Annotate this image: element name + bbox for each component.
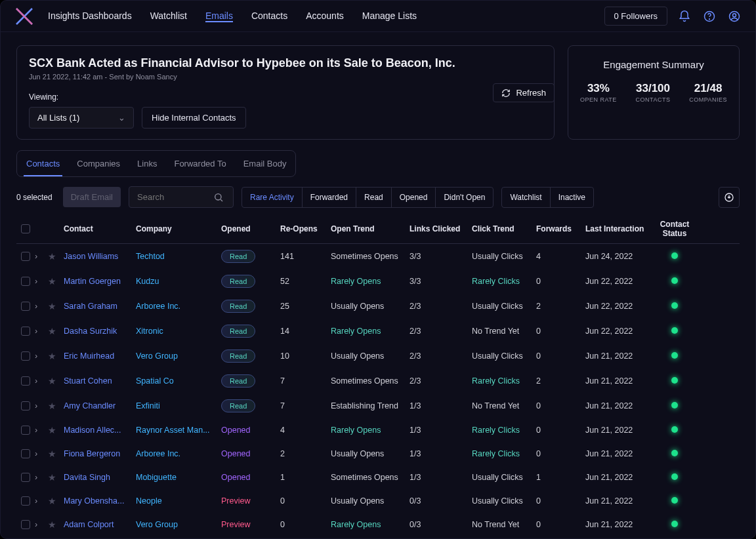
expand-icon[interactable]: › [35,473,48,482]
row-checkbox[interactable] [21,401,30,410]
nav-insights-dashboards[interactable]: Insights Dashboards [48,10,132,22]
filter-rare-activity[interactable]: Rare Activity [242,188,303,207]
star-icon[interactable]: ★ [48,401,64,411]
col-reopens[interactable]: Re-Opens [280,224,331,233]
tab-companies[interactable]: Companies [74,153,123,176]
download-button[interactable] [719,187,740,208]
star-icon[interactable]: ★ [48,472,64,483]
company-link[interactable]: Mobiguette [136,473,221,482]
col-company[interactable]: Company [136,224,221,233]
expand-icon[interactable]: › [35,327,48,336]
contact-link[interactable]: Davita Singh [64,473,136,482]
filter-watchlist[interactable]: Watchlist [502,188,550,207]
company-link[interactable]: Kudzu [136,277,221,286]
expand-icon[interactable]: › [35,376,48,386]
star-icon[interactable]: ★ [48,449,64,459]
nav-manage-lists[interactable]: Manage Lists [362,10,417,22]
company-link[interactable]: Spatial Co [136,376,221,386]
company-link[interactable]: Vero Group [136,351,221,361]
col-contact[interactable]: Contact [64,224,136,233]
hide-internal-button[interactable]: Hide Internal Contacts [142,107,246,129]
star-icon[interactable]: ★ [48,276,64,287]
company-link[interactable]: Neople [136,496,221,506]
star-icon[interactable]: ★ [48,351,64,361]
expand-icon[interactable]: › [35,351,48,361]
row-checkbox[interactable] [21,449,30,458]
app-logo[interactable] [14,6,35,27]
star-icon[interactable]: ★ [48,376,64,386]
avatar-icon[interactable] [726,9,742,24]
star-icon[interactable]: ★ [48,251,64,262]
bell-icon[interactable] [677,9,692,24]
filter-inactive[interactable]: Inactive [551,188,593,207]
col-open-trend[interactable]: Open Trend [331,224,410,233]
row-checkbox[interactable] [21,520,30,529]
filter-forwarded[interactable]: Forwarded [303,188,356,207]
search-input[interactable] [135,187,213,207]
row-checkbox[interactable] [21,327,30,336]
contact-link[interactable]: Eric Muirhead [64,351,136,361]
contact-link[interactable]: Martin Goergen [64,277,136,286]
row-checkbox[interactable] [21,277,30,286]
company-link[interactable]: Techtod [136,252,221,261]
star-icon[interactable]: ★ [48,326,64,336]
row-checkbox[interactable] [21,376,30,386]
filter-read[interactable]: Read [356,188,392,207]
contact-link[interactable]: Jason Williams [64,252,136,261]
contact-link[interactable]: Madison Allec... [64,426,136,435]
tab-contacts[interactable]: Contacts [24,153,62,176]
company-link[interactable]: Arboree Inc. [136,449,221,458]
company-link[interactable]: Vero Group [136,520,221,529]
refresh-button[interactable]: Refresh [493,83,555,102]
contact-link[interactable]: Dasha Surzhik [64,327,136,336]
expand-icon[interactable]: › [35,426,48,435]
nav-accounts[interactable]: Accounts [306,10,344,22]
tab-email-body[interactable]: Email Body [241,153,289,176]
nav-emails[interactable]: Emails [205,10,233,22]
nav-contacts[interactable]: Contacts [251,10,287,22]
contact-link[interactable]: Fiona Bergeron [64,449,136,458]
col-click-trend[interactable]: Click Trend [472,224,536,233]
row-checkbox[interactable] [21,496,30,506]
search-input-wrap[interactable] [129,186,234,208]
select-all-checkbox[interactable] [21,224,30,233]
row-checkbox[interactable] [21,426,30,435]
row-checkbox[interactable] [21,302,30,311]
star-icon[interactable]: ★ [48,425,64,435]
filter-opened[interactable]: Opened [392,188,436,207]
col-contact-status[interactable]: Contact Status [655,220,694,238]
col-links-clicked[interactable]: Links Clicked [410,224,472,233]
tab-forwarded-to[interactable]: Forwarded To [171,153,228,176]
company-link[interactable]: Exfiniti [136,401,221,410]
expand-icon[interactable]: › [35,449,48,458]
expand-icon[interactable]: › [35,252,48,261]
star-icon[interactable]: ★ [48,519,64,530]
company-link[interactable]: Arboree Inc. [136,302,221,311]
star-icon[interactable]: ★ [48,496,64,506]
row-checkbox[interactable] [21,252,30,261]
draft-email-button[interactable]: Draft Email [63,187,121,207]
star-icon[interactable]: ★ [48,301,64,311]
col-last-interaction[interactable]: Last Interaction [585,224,655,233]
row-checkbox[interactable] [21,351,30,361]
contact-link[interactable]: Adam Colport [64,520,136,529]
expand-icon[interactable]: › [35,401,48,410]
expand-icon[interactable]: › [35,520,48,529]
list-select[interactable]: All Lists (1) ⌄ [29,107,134,129]
expand-icon[interactable]: › [35,277,48,286]
contact-link[interactable]: Sarah Graham [64,302,136,311]
tab-links[interactable]: Links [135,153,159,176]
row-checkbox[interactable] [21,473,30,482]
expand-icon[interactable]: › [35,302,48,311]
nav-watchlist[interactable]: Watchlist [150,10,187,22]
contact-link[interactable]: Stuart Cohen [64,376,136,386]
contact-link[interactable]: Mary Obensha... [64,496,136,506]
col-opened[interactable]: Opened [221,224,280,233]
filter-didn-t-open[interactable]: Didn't Open [436,188,493,207]
col-forwards[interactable]: Forwards [536,224,585,233]
company-link[interactable]: Xitronic [136,327,221,336]
expand-icon[interactable]: › [35,496,48,506]
followers-pill[interactable]: 0 Followers [604,7,667,26]
help-icon[interactable] [702,9,717,24]
contact-link[interactable]: Amy Chandler [64,401,136,410]
